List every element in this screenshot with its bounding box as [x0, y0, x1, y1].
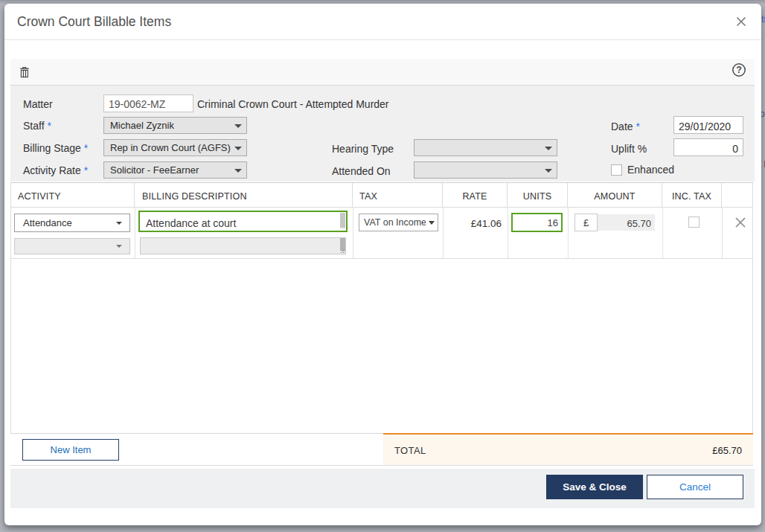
- svg-text:?: ?: [736, 65, 742, 75]
